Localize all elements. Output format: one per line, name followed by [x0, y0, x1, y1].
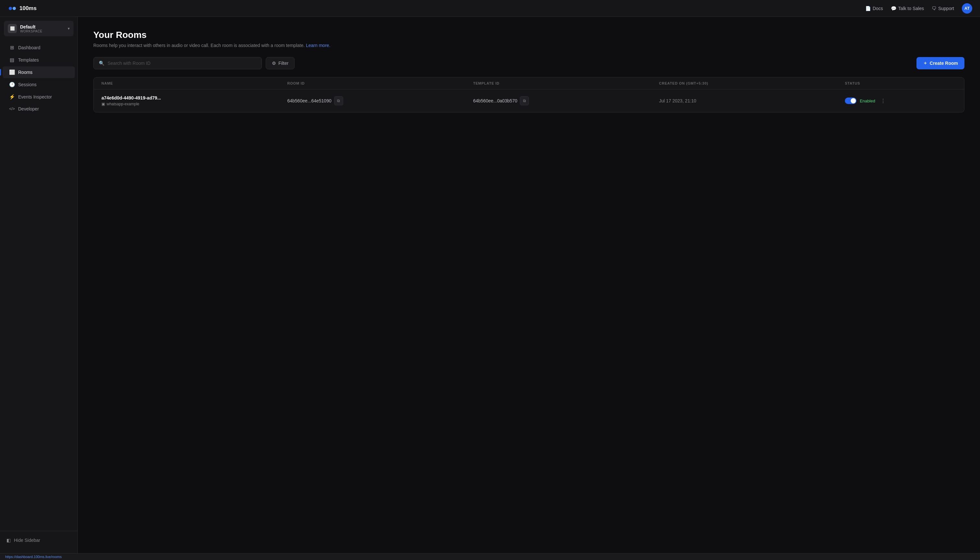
topbar: 100ms 📄 Docs 💬 Talk to Sales 🗨 Support A… — [0, 0, 980, 17]
logo-text: 100ms — [20, 5, 37, 12]
workspace-icon: ⬜ — [8, 24, 17, 33]
search-row: 🔍 ⚙ Filter ＋ Create Room — [93, 57, 965, 69]
plus-icon: ＋ — [923, 60, 928, 66]
sidebar-item-events-inspector[interactable]: ⚡ Events Inspector — [3, 91, 75, 103]
support-link[interactable]: 🗨 Support — [932, 6, 954, 11]
hide-sidebar-icon: ◧ — [7, 538, 11, 543]
filter-label: Filter — [278, 61, 288, 66]
workspace-sub: WORKSPACE — [20, 30, 42, 33]
page-description: Rooms help you interact with others in a… — [93, 43, 965, 48]
support-label: Support — [938, 6, 954, 11]
hide-sidebar-label: Hide Sidebar — [14, 538, 40, 543]
template-id-value: 64b560ee...0a03b570 — [473, 98, 517, 103]
sidebar-item-rooms[interactable]: ⬜ Rooms — [3, 67, 75, 78]
rooms-icon: ⬜ — [9, 69, 15, 75]
sidebar: ⬜ Default WORKSPACE ▾ ⊞ Dashboard ▤ Temp… — [0, 17, 78, 553]
template-name: whatsapp-example — [107, 102, 139, 106]
sidebar-label-templates: Templates — [18, 57, 39, 63]
page-title: Your Rooms — [93, 30, 965, 40]
talk-icon: 💬 — [891, 6, 897, 11]
sidebar-label-rooms: Rooms — [18, 70, 32, 75]
support-icon: 🗨 — [932, 6, 936, 11]
status-badge: Enabled — [860, 98, 875, 103]
create-room-button[interactable]: ＋ Create Room — [917, 57, 965, 69]
sidebar-item-developer[interactable]: </> Developer — [3, 103, 75, 114]
sidebar-label-events: Events Inspector — [18, 94, 52, 100]
col-header-name: NAME — [102, 81, 287, 85]
table-header: NAME ROOM ID TEMPLATE ID CREATED ON (GMT… — [94, 77, 964, 90]
developer-icon: </> — [9, 107, 15, 111]
content-area: Your Rooms Rooms help you interact with … — [78, 17, 980, 553]
cell-room-id: 64b560ee...64e51090 ⧉ — [287, 96, 473, 105]
cell-name: a74e6d0d-4490-4919-ad79... ▣ whatsapp-ex… — [102, 95, 287, 106]
dashboard-icon: ⊞ — [9, 45, 15, 50]
svg-point-1 — [13, 7, 16, 10]
workspace-text: Default WORKSPACE — [20, 24, 42, 33]
templates-icon: ▤ — [9, 57, 15, 63]
room-id-value: 64b560ee...64e51090 — [287, 98, 331, 103]
filter-icon: ⚙ — [272, 61, 276, 66]
room-template: ▣ whatsapp-example — [102, 102, 287, 106]
chevron-down-icon: ▾ — [68, 26, 70, 31]
sidebar-bottom: ◧ Hide Sidebar — [0, 531, 77, 549]
main-layout: ⬜ Default WORKSPACE ▾ ⊞ Dashboard ▤ Temp… — [0, 17, 980, 553]
sidebar-item-sessions[interactable]: 🕐 Sessions — [3, 79, 75, 90]
search-box: 🔍 — [93, 57, 262, 69]
col-header-template-id: TEMPLATE ID — [473, 81, 659, 85]
workspace-selector[interactable]: ⬜ Default WORKSPACE ▾ — [4, 21, 73, 36]
statusbar-url: https://dashboard.100ms.live/rooms — [5, 555, 62, 559]
copy-room-id-button[interactable]: ⧉ — [334, 96, 343, 105]
docs-link[interactable]: 📄 Docs — [865, 6, 883, 11]
rooms-table: NAME ROOM ID TEMPLATE ID CREATED ON (GMT… — [93, 77, 965, 112]
talk-to-sales-label: Talk to Sales — [898, 6, 924, 11]
docs-icon: 📄 — [865, 6, 871, 11]
copy-template-id-button[interactable]: ⧉ — [520, 96, 529, 105]
topbar-right: 📄 Docs 💬 Talk to Sales 🗨 Support AT — [865, 3, 972, 13]
more-options-button[interactable]: ⋮ — [878, 96, 888, 105]
col-header-created-on: CREATED ON (GMT+5:30) — [659, 81, 845, 85]
sidebar-label-sessions: Sessions — [18, 82, 37, 87]
status-toggle[interactable] — [845, 98, 857, 104]
cell-created-on: Jul 17 2023, 21:10 — [659, 98, 845, 103]
col-header-room-id: ROOM ID — [287, 81, 473, 85]
table-row: a74e6d0d-4490-4919-ad79... ▣ whatsapp-ex… — [94, 90, 964, 112]
page-desc-text: Rooms help you interact with others in a… — [93, 43, 305, 48]
docs-label: Docs — [873, 6, 883, 11]
filter-button[interactable]: ⚙ Filter — [266, 57, 295, 69]
search-input[interactable] — [108, 61, 256, 66]
create-room-label: Create Room — [930, 61, 958, 66]
workspace-name: Default — [20, 24, 42, 30]
sidebar-label-dashboard: Dashboard — [18, 45, 40, 50]
svg-point-0 — [9, 7, 12, 10]
statusbar: https://dashboard.100ms.live/rooms — [0, 553, 980, 560]
sidebar-item-templates[interactable]: ▤ Templates — [3, 54, 75, 66]
sidebar-label-developer: Developer — [18, 106, 39, 112]
template-icon: ▣ — [102, 102, 105, 106]
learn-more-link[interactable]: Learn more. — [306, 43, 330, 48]
events-icon: ⚡ — [9, 94, 15, 100]
avatar[interactable]: AT — [962, 3, 972, 13]
col-header-status: STATUS — [845, 81, 956, 85]
talk-to-sales-link[interactable]: 💬 Talk to Sales — [891, 6, 924, 11]
cell-template-id: 64b560ee...0a03b570 ⧉ — [473, 96, 659, 105]
workspace-left: ⬜ Default WORKSPACE — [8, 24, 42, 33]
room-name: a74e6d0d-4490-4919-ad79... — [102, 95, 287, 100]
logo: 100ms — [8, 4, 37, 13]
search-icon: 🔍 — [99, 61, 104, 66]
logo-icon — [8, 4, 17, 13]
sessions-icon: 🕐 — [9, 82, 15, 88]
cell-status: Enabled ⋮ — [845, 96, 956, 105]
sidebar-item-dashboard[interactable]: ⊞ Dashboard — [3, 42, 75, 53]
hide-sidebar-button[interactable]: ◧ Hide Sidebar — [3, 535, 75, 545]
